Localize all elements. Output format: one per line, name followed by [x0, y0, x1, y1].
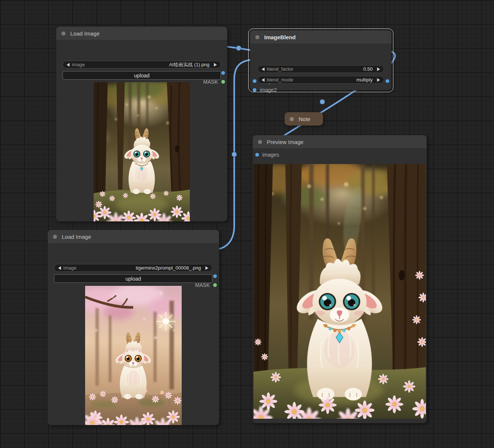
widget-label: blend_factor	[267, 66, 293, 72]
node-image-blend[interactable]: ImageBlend image1 image2 IMAGE blend_fac…	[250, 30, 391, 90]
input-slot-images[interactable]: images	[255, 151, 279, 158]
collapse-dot-icon[interactable]	[290, 117, 294, 121]
node-title: Note	[299, 116, 310, 122]
increment-arrow-icon[interactable]	[377, 67, 380, 71]
node-load-image-1[interactable]: Load Image IMAGE MASK image AI绘画实战 (1).p…	[56, 27, 227, 221]
preview-image-art	[253, 164, 426, 419]
node-title: Preview Image	[267, 139, 303, 145]
blend-mode-widget[interactable]: blend_mode multiply	[258, 76, 384, 84]
image-output-socket-icon[interactable]	[386, 79, 389, 83]
image2-input-socket-icon[interactable]	[253, 88, 256, 92]
combo-value: tigerminx2prompt_00008_.png	[136, 265, 201, 271]
combo-next-arrow-icon[interactable]	[214, 63, 217, 67]
slot-label: image2	[260, 87, 277, 93]
image1-input-socket-icon[interactable]	[253, 79, 256, 83]
widget-label: blend_mode	[267, 77, 293, 83]
combo-value: AI绘画实战 (1).png	[169, 61, 209, 68]
load-image-1-preview	[56, 82, 227, 221]
preview-image-output	[253, 164, 426, 419]
node-title: ImageBlend	[264, 34, 296, 40]
decrement-arrow-icon[interactable]	[262, 67, 265, 71]
node-image-blend-header[interactable]: ImageBlend	[250, 30, 391, 44]
node-preview-image-header[interactable]: Preview Image	[253, 135, 427, 149]
load-image-2-preview	[48, 286, 219, 425]
collapse-dot-icon[interactable]	[258, 140, 262, 144]
link-midpoint-dot[interactable]	[320, 99, 325, 104]
images-input-socket-icon[interactable]	[255, 153, 259, 157]
combo-prev-arrow-icon[interactable]	[67, 63, 70, 67]
upload-button-label: upload	[134, 73, 149, 78]
node-graph-canvas[interactable]: Load Image IMAGE MASK image AI绘画实战 (1).p…	[0, 0, 494, 448]
upload-button-label: upload	[125, 276, 141, 282]
collapse-dot-icon[interactable]	[61, 31, 65, 36]
combo-next-arrow-icon[interactable]	[205, 266, 208, 270]
node-title: Load Image	[62, 234, 91, 240]
node-load-image-1-header[interactable]: Load Image	[56, 27, 227, 40]
node-load-image-2[interactable]: Load Image IMAGE MASK image tigerminx2pr…	[48, 230, 219, 425]
node-title: Load Image	[70, 30, 100, 37]
upload-button[interactable]: upload	[54, 274, 212, 283]
load-image-2-preview-art	[85, 286, 182, 425]
upload-button[interactable]: upload	[63, 71, 221, 80]
combo-label: image	[72, 62, 85, 67]
combo-label: image	[63, 265, 76, 271]
widget-value: 0.50	[363, 66, 373, 72]
load-image-1-preview-art	[94, 82, 190, 221]
prev-option-arrow-icon[interactable]	[262, 78, 265, 82]
link-midpoint-dot[interactable]	[232, 152, 237, 157]
combo-prev-arrow-icon[interactable]	[58, 266, 61, 270]
slot-label: images	[262, 152, 279, 158]
widget-value: multiply	[356, 77, 373, 83]
input-slot-image2[interactable]: image2	[253, 86, 277, 94]
image-filename-combo[interactable]: image tigerminx2prompt_00008_.png	[54, 264, 212, 272]
image-output-socket-icon[interactable]	[213, 274, 217, 278]
image-filename-combo[interactable]: image AI绘画实战 (1).png	[63, 61, 221, 68]
node-preview-image[interactable]: Preview Image images	[253, 135, 427, 423]
collapse-dot-icon[interactable]	[53, 235, 57, 239]
collapse-dot-icon[interactable]	[255, 35, 259, 39]
node-load-image-2-header[interactable]: Load Image	[48, 230, 219, 244]
blend-factor-widget[interactable]: blend_factor 0.50	[258, 65, 384, 73]
next-option-arrow-icon[interactable]	[377, 78, 380, 82]
node-note[interactable]: Note	[285, 112, 323, 126]
image-output-socket-icon[interactable]	[221, 71, 225, 75]
link-midpoint-dot[interactable]	[236, 46, 241, 51]
